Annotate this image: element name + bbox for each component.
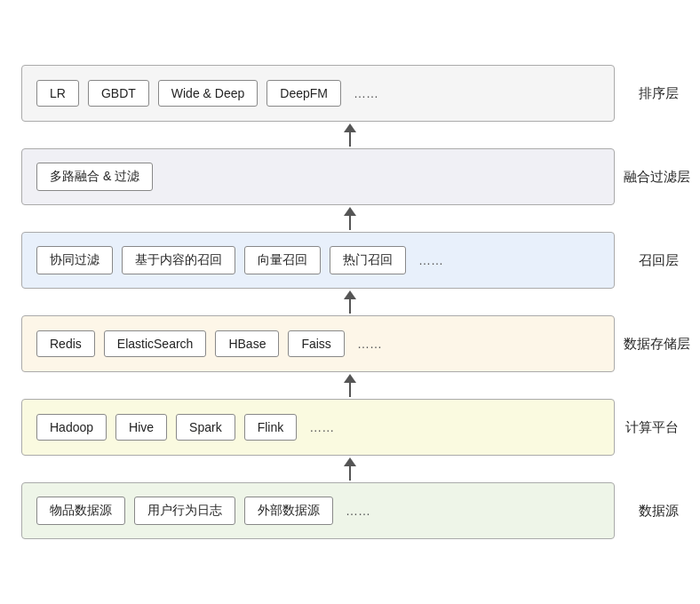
item-datasource-外部数据源: 外部数据源 <box>244 497 333 525</box>
layer-row-compute: HadoopHiveSparkFlink……计算平台 <box>21 399 679 456</box>
item-datasource-用户行为日志: 用户行为日志 <box>134 497 235 525</box>
arrow-body <box>349 299 351 314</box>
layer-label-datasource: 数据源 <box>615 503 679 520</box>
item-zhaohui-协同过滤: 协同过滤 <box>36 246 113 274</box>
arrow-body <box>349 383 351 397</box>
arrow-icon <box>344 123 356 147</box>
layer-label-storage: 数据存储层 <box>615 336 679 353</box>
layer-label-zhaohui: 召回层 <box>615 252 679 269</box>
item-paisu-LR: LR <box>36 80 79 107</box>
layer-box-ronghe: 多路融合 & 过滤 <box>21 148 615 205</box>
ellipsis-zhaohui: …… <box>415 248 447 273</box>
layer-label-ronghe: 融合过滤层 <box>615 169 679 186</box>
layer-box-paisu: LRGBDTWide & DeepDeepFM…… <box>21 65 615 122</box>
arrow-icon <box>344 207 356 230</box>
layer-box-datasource: 物品数据源用户行为日志外部数据源…… <box>21 482 615 539</box>
ellipsis-paisu: …… <box>350 81 382 106</box>
layer-row-datasource: 物品数据源用户行为日志外部数据源……数据源 <box>21 482 679 539</box>
architecture-diagram: LRGBDTWide & DeepDeepFM……排序层多路融合 & 过滤融合过… <box>21 65 679 539</box>
item-storage-ElasticSearch: ElasticSearch <box>104 330 207 357</box>
arrow-head <box>344 207 356 216</box>
item-zhaohui-热门召回: 热门召回 <box>330 246 406 274</box>
ellipsis-compute: …… <box>306 415 338 440</box>
arrow-0 <box>21 122 679 148</box>
arrow-head <box>344 374 356 383</box>
arrow-head <box>344 290 356 299</box>
item-compute-Flink: Flink <box>244 414 298 441</box>
item-compute-Hive: Hive <box>115 414 167 441</box>
item-compute-Spark: Spark <box>176 414 235 441</box>
item-storage-Redis: Redis <box>36 330 95 357</box>
arrow-1 <box>21 205 679 232</box>
item-zhaohui-基于内容的召回: 基于内容的召回 <box>122 246 235 274</box>
arrow-head <box>344 123 356 132</box>
arrow-head <box>344 457 356 466</box>
arrow-2 <box>21 289 679 315</box>
layer-label-compute: 计算平台 <box>615 419 679 436</box>
arrow-4 <box>21 456 679 482</box>
item-datasource-物品数据源: 物品数据源 <box>36 497 125 525</box>
layer-box-zhaohui: 协同过滤基于内容的召回向量召回热门召回…… <box>21 232 615 289</box>
item-zhaohui-向量召回: 向量召回 <box>244 246 321 274</box>
layer-row-ronghe: 多路融合 & 过滤融合过滤层 <box>21 148 679 205</box>
ellipsis-datasource: …… <box>342 498 374 523</box>
arrow-icon <box>344 290 356 314</box>
layer-row-storage: RedisElasticSearchHBaseFaiss……数据存储层 <box>21 315 679 372</box>
layer-box-storage: RedisElasticSearchHBaseFaiss…… <box>21 315 615 372</box>
arrow-body <box>349 216 351 230</box>
arrow-icon <box>344 457 356 481</box>
layer-box-compute: HadoopHiveSparkFlink…… <box>21 399 615 456</box>
layer-label-paisu: 排序层 <box>615 85 679 102</box>
layer-row-paisu: LRGBDTWide & DeepDeepFM……排序层 <box>21 65 679 122</box>
layer-row-zhaohui: 协同过滤基于内容的召回向量召回热门召回……召回层 <box>21 232 679 289</box>
item-storage-Faiss: Faiss <box>288 330 344 357</box>
item-paisu-GBDT: GBDT <box>88 80 149 107</box>
arrow-3 <box>21 372 679 399</box>
item-compute-Hadoop: Hadoop <box>36 414 107 441</box>
item-ronghe-多路融合-&-过滤: 多路融合 & 过滤 <box>36 163 153 191</box>
arrow-body <box>349 132 351 147</box>
item-paisu-DeepFM: DeepFM <box>266 80 341 107</box>
item-storage-HBase: HBase <box>215 330 279 357</box>
arrow-icon <box>344 374 356 397</box>
arrow-body <box>349 466 351 481</box>
item-paisu-Wide-&-Deep: Wide & Deep <box>158 80 258 107</box>
ellipsis-storage: …… <box>354 331 386 356</box>
